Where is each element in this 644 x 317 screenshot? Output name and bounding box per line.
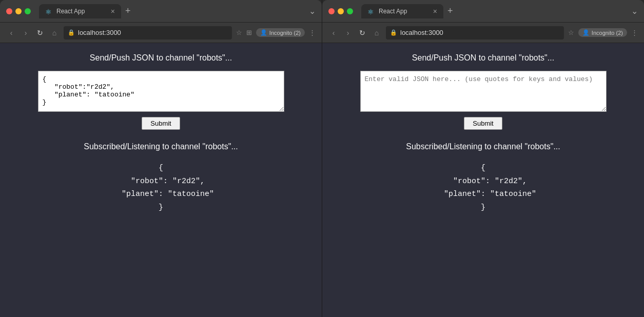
- new-tab-button-right[interactable]: +: [447, 6, 453, 16]
- json-input-right[interactable]: [360, 71, 607, 112]
- address-bar-left[interactable]: 🔒 localhost:3000: [64, 26, 232, 39]
- nav-bar-right: ‹ › ↻ ⌂ 🔒 localhost:3000 ☆ 👤 Incognito (…: [322, 23, 644, 43]
- tab-bar-right: ⚛ React App × + ⌄: [361, 4, 638, 18]
- address-bar-right[interactable]: 🔒 localhost:3000: [386, 26, 564, 39]
- incognito-icon-right: 👤: [582, 29, 590, 36]
- traffic-lights-right: [328, 8, 353, 14]
- refresh-button-left[interactable]: ↻: [35, 29, 45, 37]
- minimize-button-left[interactable]: [15, 8, 22, 14]
- tab-left[interactable]: ⚛ React App ×: [39, 4, 121, 18]
- title-bar-right: ⚛ React App × + ⌄: [322, 0, 644, 23]
- menu-button-left[interactable]: ⋮: [309, 29, 316, 36]
- react-icon-left: ⚛: [45, 8, 52, 15]
- tab-title-left: React App: [56, 8, 85, 15]
- url-text-left: localhost:3000: [78, 29, 121, 36]
- listen-title-right: Subscribed/Listening to channel "robots"…: [406, 142, 560, 151]
- refresh-button-right[interactable]: ↻: [357, 29, 367, 37]
- send-title-right: Send/Push JSON to channel "robots"...: [412, 53, 554, 63]
- home-button-left[interactable]: ⌂: [49, 29, 60, 37]
- lock-icon-right: 🔒: [390, 29, 397, 36]
- new-tab-button-left[interactable]: +: [125, 6, 131, 16]
- browser-window-right: ⚛ React App × + ⌄ ‹ › ↻ ⌂ 🔒 localhost:30…: [322, 0, 644, 317]
- star-button-left[interactable]: ☆: [236, 29, 242, 36]
- incognito-icon-left: 👤: [260, 29, 267, 36]
- json-output-right: { "robot": "r2d2", "planet": "tatooine" …: [430, 162, 536, 214]
- close-button-left[interactable]: [6, 8, 12, 14]
- forward-button-left[interactable]: ›: [21, 29, 31, 37]
- tab-right[interactable]: ⚛ React App ×: [361, 4, 443, 18]
- title-bar-left: ⚛ React App × + ⌄: [0, 0, 322, 23]
- grid-button-left[interactable]: ⊞: [246, 29, 252, 36]
- submit-button-left[interactable]: Submit: [142, 117, 180, 130]
- incognito-badge-right: 👤 Incognito (2): [578, 28, 627, 37]
- app-content-left: Send/Push JSON to channel "robots"... Su…: [0, 43, 322, 317]
- incognito-label-right: Incognito (2): [592, 30, 623, 36]
- tab-close-left[interactable]: ×: [111, 7, 115, 15]
- menu-button-right[interactable]: ⋮: [631, 29, 638, 36]
- traffic-lights-left: [6, 8, 31, 14]
- incognito-label-left: Incognito (2): [269, 30, 301, 36]
- star-button-right[interactable]: ☆: [568, 29, 574, 36]
- send-title-left: Send/Push JSON to channel "robots"...: [90, 53, 232, 63]
- nav-actions-left: ☆ ⊞ 👤 Incognito (2) ⋮: [236, 28, 316, 37]
- react-icon-right: ⚛: [367, 8, 375, 15]
- forward-button-right[interactable]: ›: [343, 29, 353, 37]
- submit-button-right[interactable]: Submit: [464, 117, 502, 130]
- json-input-left[interactable]: [38, 71, 284, 112]
- maximize-button-left[interactable]: [25, 8, 31, 14]
- tab-overflow-left[interactable]: ⌄: [309, 6, 316, 16]
- tab-overflow-right[interactable]: ⌄: [631, 6, 638, 16]
- incognito-badge-left: 👤 Incognito (2): [256, 28, 305, 37]
- close-button-right[interactable]: [328, 8, 335, 14]
- tab-title-right: React App: [379, 8, 407, 15]
- nav-bar-left: ‹ › ↻ ⌂ 🔒 localhost:3000 ☆ ⊞ 👤 Incognito…: [0, 23, 322, 43]
- json-output-left: { "robot": "r2d2", "planet": "tatooine" …: [108, 162, 214, 214]
- browser-window-left: ⚛ React App × + ⌄ ‹ › ↻ ⌂ 🔒 localhost:30…: [0, 0, 322, 317]
- tab-bar-left: ⚛ React App × + ⌄: [39, 4, 316, 18]
- nav-actions-right: ☆ 👤 Incognito (2) ⋮: [568, 28, 638, 37]
- app-content-right: Send/Push JSON to channel "robots"... Su…: [322, 43, 644, 317]
- listen-title-left: Subscribed/Listening to channel "robots"…: [84, 142, 238, 151]
- url-text-right: localhost:3000: [400, 29, 443, 36]
- back-button-left[interactable]: ‹: [6, 29, 16, 37]
- back-button-right[interactable]: ‹: [328, 29, 339, 37]
- home-button-right[interactable]: ⌂: [372, 29, 382, 37]
- maximize-button-right[interactable]: [347, 8, 353, 14]
- minimize-button-right[interactable]: [338, 8, 344, 14]
- tab-close-right[interactable]: ×: [433, 7, 437, 15]
- lock-icon-left: 🔒: [68, 29, 75, 36]
